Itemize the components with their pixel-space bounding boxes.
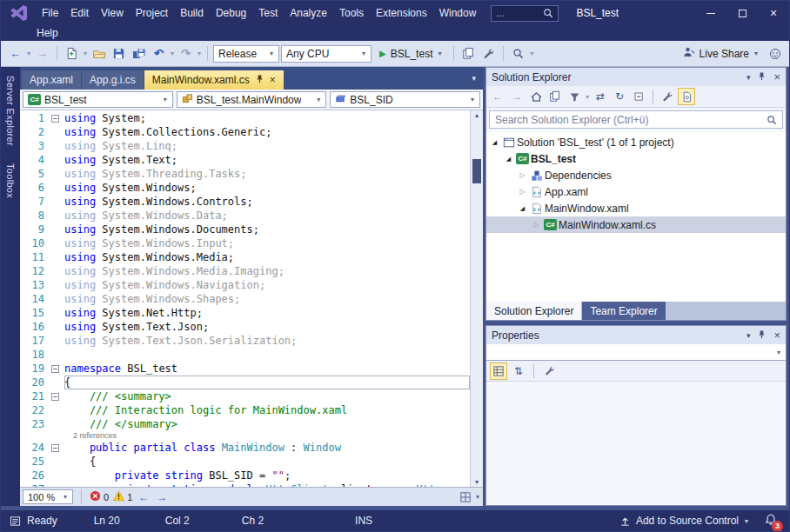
code-line[interactable]: 6using System.Windows; [20, 181, 470, 195]
code-line[interactable]: 2 references [20, 431, 470, 441]
menu-tools[interactable]: Tools [333, 5, 370, 21]
code-line[interactable]: 26 private string BSL_SID = ""; [20, 469, 470, 482]
tab-app-xaml[interactable]: App.xaml [22, 70, 81, 90]
code-line[interactable]: 18 [20, 348, 470, 362]
background-tasks-icon[interactable] [10, 515, 21, 527]
code-line[interactable]: 12using System.Windows.Media.Imaging; [20, 264, 470, 278]
toolbox-tab[interactable]: Toolbox [5, 163, 16, 198]
properties-window-button[interactable] [479, 44, 498, 63]
window-position-dropdown-icon[interactable]: ▾ [746, 73, 751, 82]
add-to-source-control-button[interactable]: Add to Source Control [636, 515, 739, 527]
code-line[interactable]: 19−namespace BSL_test [20, 362, 470, 376]
tree-item-dependencies[interactable]: ▷ Dependencies [486, 167, 786, 183]
fold-icon[interactable]: − [51, 444, 59, 452]
warning-count-indicator[interactable]: 1 [113, 490, 132, 503]
code-line[interactable]: 4using System.Text; [20, 153, 470, 167]
open-file-button[interactable] [90, 44, 108, 63]
close-panel-icon[interactable]: × [773, 329, 780, 342]
expanded-icon[interactable]: ◢ [489, 139, 500, 146]
tree-item-project[interactable]: ◢ C# BSL_test [486, 150, 786, 167]
tree-item-mainwindow-xaml-cs[interactable]: ▷ C# MainWindow.xaml.cs [486, 216, 786, 233]
se-back-button[interactable]: ← [489, 88, 506, 105]
code-line[interactable]: 13using System.Windows.Navigation; [20, 278, 470, 292]
status-insert-mode[interactable]: INS [355, 515, 372, 527]
project-dropdown[interactable]: C# BSL_test ▾ [23, 91, 173, 108]
pin-icon[interactable] [757, 329, 767, 342]
properties-header[interactable]: Properties ▾ × [486, 326, 786, 344]
member-dropdown[interactable]: BSL_SID ▾ [330, 91, 480, 108]
redo-button[interactable]: ↷ [177, 44, 195, 63]
menu-view[interactable]: View [95, 5, 130, 21]
solution-explorer-toggle-button[interactable] [459, 44, 478, 63]
team-explorer-bottom-tab[interactable]: Team Explorer [582, 302, 665, 320]
code-line[interactable]: 22 /// Interaction logic for MainWindow.… [20, 403, 470, 417]
categorized-button[interactable] [490, 362, 507, 380]
sync-with-active-document-icon[interactable]: ⇄ [592, 88, 609, 105]
zoom-combo[interactable]: 100 % ▾ [23, 489, 73, 504]
error-count-indicator[interactable]: 0 [90, 490, 109, 503]
refresh-icon[interactable]: ↻ [611, 88, 628, 105]
tab-mainwindow-xaml-cs[interactable]: MainWindow.xaml.cs × [144, 70, 284, 90]
menu-build[interactable]: Build [174, 5, 210, 21]
scrollbar-options-dropdown-icon[interactable]: ▾ [476, 493, 479, 501]
close-button[interactable]: × [758, 1, 789, 25]
menu-extensions[interactable]: Extensions [370, 5, 433, 21]
code-line[interactable]: 1−using System; [20, 111, 470, 125]
editor-vertical-scrollbar[interactable]: ▴ ▾ [470, 110, 483, 487]
pin-tab-icon[interactable] [255, 74, 264, 86]
solution-explorer-header[interactable]: Solution Explorer ▾ × [486, 68, 786, 86]
menu-project[interactable]: Project [130, 5, 174, 21]
code-line[interactable]: 20{ [20, 376, 470, 389]
maximize-button[interactable] [726, 1, 758, 25]
fold-icon[interactable]: − [51, 365, 59, 373]
save-button[interactable] [110, 44, 128, 63]
previous-issue-button[interactable]: ← [137, 491, 151, 503]
type-dropdown[interactable]: BSL_test.MainWindow ▾ [177, 91, 327, 108]
tree-item-mainwindow-xaml[interactable]: ◢ MainWindow.xaml [486, 200, 786, 216]
tree-item-app-xaml[interactable]: ▷ App.xaml [486, 183, 786, 200]
open-documents-dropdown-icon[interactable]: ▾ [472, 74, 476, 83]
status-character[interactable]: Ch 2 [242, 515, 264, 527]
code-line[interactable]: 16using System.Text.Json; [20, 320, 470, 334]
preview-selected-items-icon[interactable] [678, 88, 695, 105]
menu-help[interactable]: Help [30, 25, 64, 41]
filter-icon[interactable] [566, 88, 583, 105]
se-forward-button[interactable]: → [508, 88, 526, 105]
server-explorer-tab[interactable]: Server Explorer [5, 76, 16, 146]
undo-dropdown-icon[interactable]: ▾ [171, 50, 174, 57]
properties-object-dropdown[interactable]: ▾ [486, 344, 786, 361]
code-line[interactable]: 24− public partial class MainWindow : Wi… [20, 441, 470, 455]
scrollbar-thumb[interactable] [472, 159, 481, 183]
navigate-forward-button[interactable]: → [33, 44, 51, 63]
code-line[interactable]: 8using System.Windows.Data; [20, 209, 470, 223]
feedback-button[interactable] [766, 44, 784, 63]
code-line[interactable]: 9using System.Windows.Documents; [20, 223, 470, 236]
minimize-button[interactable] [695, 1, 726, 25]
code-line[interactable]: 17using System.Text.Json.Serialization; [20, 334, 470, 348]
window-position-dropdown-icon[interactable]: ▾ [746, 331, 751, 340]
menu-file[interactable]: File [36, 5, 64, 21]
alphabetical-button[interactable]: ⇅ [510, 362, 527, 380]
notifications-button[interactable]: 3 [765, 514, 777, 529]
next-issue-button[interactable]: → [155, 491, 169, 503]
undo-button[interactable]: ↶ [150, 44, 168, 63]
solution-explorer-search-input[interactable]: Search Solution Explorer (Ctrl+ü) [489, 110, 783, 129]
start-debugging-button[interactable]: ▶ BSL_test ▾ [373, 44, 448, 63]
navigate-backward-dropdown-icon[interactable]: ▾ [27, 50, 30, 57]
code-line[interactable]: 25 { [20, 455, 470, 469]
close-tab-icon[interactable]: × [270, 75, 276, 85]
code-line[interactable]: 23 /// </summary> [20, 417, 470, 431]
code-line[interactable]: 15using System.Net.Http; [20, 306, 470, 320]
home-icon[interactable] [527, 88, 545, 105]
collapse-all-icon[interactable] [630, 88, 647, 105]
collapsed-icon[interactable]: ▷ [531, 221, 542, 229]
code-line[interactable]: 11using System.Windows.Media; [20, 250, 470, 264]
tree-item-solution[interactable]: ◢ Solution 'BSL_test' (1 of 1 project) [486, 134, 786, 150]
menu-test[interactable]: Test [252, 5, 284, 21]
redo-dropdown-icon[interactable]: ▾ [198, 50, 201, 57]
solution-configurations-combo[interactable]: Release ▾ [213, 45, 279, 63]
code-editor[interactable]: 1−using System;2using System.Collections… [20, 110, 483, 487]
pin-icon[interactable] [757, 71, 767, 83]
tab-app-g-i-cs[interactable]: App.g.i.cs [82, 70, 144, 90]
status-column[interactable]: Col 2 [165, 515, 190, 527]
